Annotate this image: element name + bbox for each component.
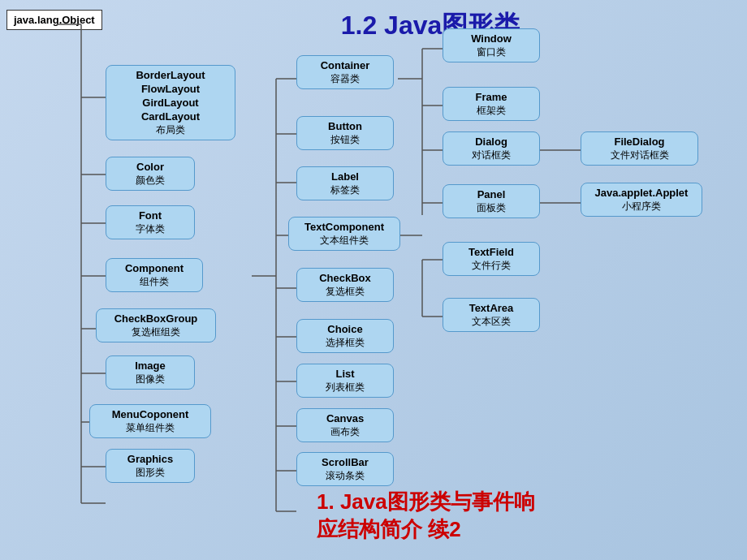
bottom-text-line1: 1. Java图形类与事件响 [317, 489, 535, 516]
node-dialog-en: Dialog [448, 136, 534, 149]
node-checkbox: CheckBox 复选框类 [296, 268, 394, 302]
node-applet-zh: 小程序类 [586, 200, 697, 213]
node-textcomponent-en: TextComponent [294, 221, 395, 235]
node-window-en: Window [448, 32, 534, 46]
node-color-zh: 颜色类 [111, 174, 189, 187]
node-label-en: Label [302, 170, 388, 184]
bottom-text: 1. Java图形类与事件响 应结构简介 续2 [317, 489, 535, 544]
node-graphics-zh: 图形类 [111, 467, 189, 480]
node-component: Component 组件类 [106, 258, 203, 292]
node-layout-zh: 布局类 [111, 124, 230, 137]
node-color: Color 颜色类 [106, 157, 195, 191]
node-choice-en: Choice [302, 323, 388, 337]
node-image: Image 图像类 [106, 355, 195, 390]
title-area: 1.2 Java图形类 [114, 8, 747, 44]
node-component-en: Component [111, 262, 197, 276]
page: java.lang.Object 1.2 Java图形类 [0, 0, 747, 560]
node-canvas: Canvas 画布类 [296, 408, 394, 442]
node-button-zh: 按钮类 [302, 134, 388, 147]
node-window: Window 窗口类 [443, 28, 540, 62]
node-layout-en: BorderLayout FlowLayout GirdLayout CardL… [111, 69, 230, 124]
node-graphics-en: Graphics [111, 453, 189, 467]
node-frame-en: Frame [448, 91, 534, 105]
node-checkboxgroup-en: CheckBoxGroup [101, 312, 210, 326]
node-textfield-zh: 文件行类 [448, 260, 534, 273]
node-canvas-zh: 画布类 [302, 426, 388, 439]
node-panel-zh: 面板类 [448, 202, 534, 215]
node-graphics: Graphics 图形类 [106, 449, 195, 483]
node-list-zh: 列表框类 [302, 381, 388, 394]
node-dialog: Dialog 对话框类 [443, 131, 540, 166]
node-container-en: Container [302, 59, 388, 73]
node-checkboxgroup: CheckBoxGroup 复选框组类 [96, 308, 216, 342]
node-button: Button 按钮类 [296, 116, 394, 150]
node-label: Label 标签类 [296, 166, 394, 200]
node-choice-zh: 选择框类 [302, 337, 388, 350]
node-menucomponent: MenuCoponent 菜单组件类 [89, 404, 211, 438]
node-textarea-zh: 文本区类 [448, 316, 534, 329]
node-panel-en: Panel [448, 188, 534, 202]
node-filedialog-zh: 文件对话框类 [586, 149, 693, 162]
node-panel: Panel 面板类 [443, 184, 540, 218]
node-image-zh: 图像类 [111, 373, 189, 386]
node-textarea: TextArea 文本区类 [443, 298, 540, 332]
node-applet-en: Java.applet.Applet [586, 187, 697, 200]
bottom-text-line2: 应结构简介 续2 [317, 516, 535, 544]
node-list: List 列表框类 [296, 364, 394, 398]
node-menucomponent-zh: 菜单组件类 [95, 422, 205, 435]
node-list-en: List [302, 368, 388, 381]
node-image-en: Image [111, 360, 189, 373]
node-frame-zh: 框架类 [448, 105, 534, 118]
node-scrollbar-zh: 滚动条类 [302, 470, 388, 483]
node-applet: Java.applet.Applet 小程序类 [581, 183, 702, 217]
java-lang-object-label: java.lang.Object [6, 10, 102, 30]
node-filedialog: FileDialog 文件对话框类 [581, 131, 698, 166]
node-textarea-en: TextArea [448, 302, 534, 316]
node-textfield: TextField 文件行类 [443, 242, 540, 276]
node-container: Container 容器类 [296, 55, 394, 89]
node-font-zh: 字体类 [111, 223, 189, 236]
node-choice: Choice 选择框类 [296, 319, 394, 353]
node-color-en: Color [111, 161, 189, 174]
node-canvas-en: Canvas [302, 412, 388, 426]
node-container-zh: 容器类 [302, 73, 388, 86]
node-layout: BorderLayout FlowLayout GirdLayout CardL… [106, 65, 235, 140]
node-filedialog-en: FileDialog [586, 136, 693, 149]
node-textcomponent: TextComponent 文本组件类 [288, 217, 400, 251]
node-font-en: Font [111, 209, 189, 223]
node-window-zh: 窗口类 [448, 46, 534, 59]
node-frame: Frame 框架类 [443, 87, 540, 121]
node-button-en: Button [302, 120, 388, 134]
node-scrollbar-en: ScrollBar [302, 456, 388, 470]
node-scrollbar: ScrollBar 滚动条类 [296, 452, 394, 486]
node-label-zh: 标签类 [302, 184, 388, 197]
node-menucomponent-en: MenuCoponent [95, 408, 205, 422]
node-checkboxgroup-zh: 复选框组类 [101, 326, 210, 339]
node-component-zh: 组件类 [111, 276, 197, 289]
node-textcomponent-zh: 文本组件类 [294, 235, 395, 248]
node-font: Font 字体类 [106, 205, 195, 239]
node-textfield-en: TextField [448, 246, 534, 260]
node-checkbox-zh: 复选框类 [302, 286, 388, 299]
node-checkbox-en: CheckBox [302, 272, 388, 286]
node-dialog-zh: 对话框类 [448, 149, 534, 162]
